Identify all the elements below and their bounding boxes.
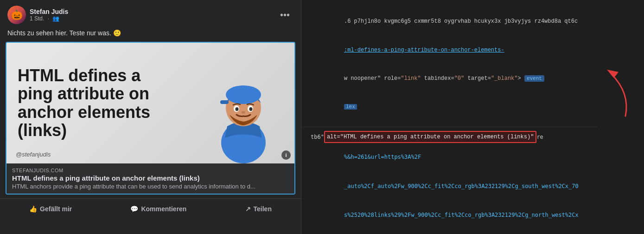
lex-badge: lex xyxy=(344,104,357,110)
avatar: 🎃 xyxy=(7,6,26,24)
code-text-3: w noopener" role= xyxy=(344,75,401,82)
code-main: .6 p7hjln8o kvgmc6g5 cxmmr5t8 oygrvhab h… xyxy=(301,0,598,234)
svg-rect-4 xyxy=(220,100,229,104)
article-image: HTML defines a ping attribute on anchor … xyxy=(6,43,294,163)
character-svg xyxy=(209,66,278,163)
code-section-highlighted: tb6" alt="HTML defines a ping attribute … xyxy=(301,129,598,234)
svg-point-8 xyxy=(249,107,253,111)
article-image-bg: HTML defines a ping attribute on anchor … xyxy=(6,43,294,163)
code-line-lex: lex xyxy=(311,93,588,121)
share-button[interactable]: ↗ Teilen xyxy=(240,202,277,215)
svg-point-9 xyxy=(242,111,245,114)
highlighted-code-line: tb6" alt="HTML defines a ping attribute … xyxy=(311,131,588,143)
post-username: Stefan Judis xyxy=(30,8,68,15)
code-line-1: .6 p7hjln8o kvgmc6g5 cxmmr5t8 oygrvhab h… xyxy=(311,7,588,36)
comment-icon: 💬 xyxy=(130,205,138,213)
friends-icon: 👥 xyxy=(52,15,59,22)
code-line-2: :ml-defines-a-ping-attribute-on-anchor-e… xyxy=(311,36,588,64)
code-url-line-2: _auto%2Cf_auto%2Fw_900%2Cc_fit%2Cco_rgb%… xyxy=(311,172,588,201)
post-more-button[interactable]: ••• xyxy=(276,8,293,22)
share-label: Teilen xyxy=(254,205,272,213)
post-time: 1 Std. xyxy=(30,15,44,22)
code-text-1: .6 p7hjln8o kvgmc6g5 cxmmr5t8 oygrvhab h… xyxy=(344,18,578,25)
divider xyxy=(301,127,598,127)
post-text: Nichts zu sehen hier. Teste nur was. 🙂 xyxy=(0,27,301,42)
character-illustration xyxy=(206,61,281,163)
code-url-line-4: t=jpg&ccb=3-5&_nc_hash=AQF1GCx60K3pcE_Z"… xyxy=(311,230,588,234)
article-source: STEFANJUDIS.COM xyxy=(12,168,289,173)
article-card[interactable]: HTML defines a ping attribute on anchor … xyxy=(6,42,295,195)
article-meta-bar: STEFANJUDIS.COM HTML defines a ping attr… xyxy=(6,163,294,194)
article-card-desc: HTML anchors provide a ping attribute th… xyxy=(12,183,289,190)
comment-label: Kommentieren xyxy=(141,205,186,213)
article-image-title: HTML defines a ping attribute on anchor … xyxy=(18,66,176,139)
svg-point-7 xyxy=(236,107,239,111)
post-header-left: 🎃 Stefan Judis 1 Std. · 👥 xyxy=(7,6,68,24)
comment-button[interactable]: 💬 Kommentieren xyxy=(125,202,192,215)
code-url-line-1: %&h=261&url=https%3A%2F xyxy=(311,143,588,172)
like-icon: 👍 xyxy=(29,205,37,213)
code-line-3: w noopener" role="link" tabindex="0" tar… xyxy=(311,64,588,92)
post-meta: 1 Std. · 👥 xyxy=(30,15,68,22)
article-author: @stefanjudis xyxy=(16,151,51,158)
code-section-top: .6 p7hjln8o kvgmc6g5 cxmmr5t8 oygrvhab h… xyxy=(301,0,598,125)
share-icon: ↗ xyxy=(245,205,251,213)
svg-point-3 xyxy=(226,85,261,104)
post-user-info: Stefan Judis 1 Std. · 👥 xyxy=(30,8,68,22)
alt-attribute-highlight: alt="HTML defines a ping attribute on an… xyxy=(324,131,536,143)
article-card-title: HTML defines a ping attribute on anchor … xyxy=(12,174,289,182)
post-header: 🎃 Stefan Judis 1 Std. · 👥 ••• xyxy=(0,0,301,27)
action-bar: 👍 Gefällt mir 💬 Kommentieren ↗ Teilen xyxy=(0,198,301,217)
facebook-post-panel: 🎃 Stefan Judis 1 Std. · 👥 ••• Nichts zu … xyxy=(0,0,301,234)
code-url-line-3: s%2520%28links%29%2Fw_900%2Cc_fit%2Cco_r… xyxy=(311,201,588,229)
code-inspector-panel: .6 p7hjln8o kvgmc6g5 cxmmr5t8 oygrvhab h… xyxy=(301,0,644,234)
info-badge[interactable]: i xyxy=(281,150,291,160)
avatar-image: 🎃 xyxy=(7,6,26,24)
event-badge-1: event xyxy=(524,75,544,82)
red-arrow-svg xyxy=(598,56,635,121)
arrow-side xyxy=(598,0,644,234)
like-label: Gefällt mir xyxy=(40,205,72,213)
like-button[interactable]: 👍 Gefällt mir xyxy=(24,202,77,215)
code-url-link: :ml-defines-a-ping-attribute-on-anchor-e… xyxy=(344,47,504,53)
